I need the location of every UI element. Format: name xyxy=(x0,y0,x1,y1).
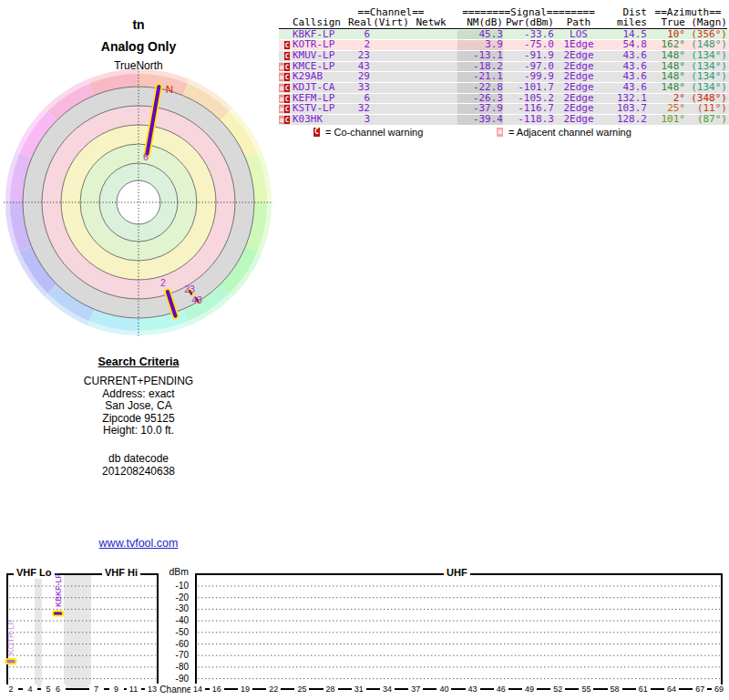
azimuth-radar-plot: 6N22343 xyxy=(2,66,275,339)
nm-cell: -39.4 xyxy=(457,115,503,125)
table-row: a C K03HK 3 -39.4 -118.3 2Edge 128.2 101… xyxy=(279,115,729,125)
dbm-axis-label: dBm xyxy=(162,566,189,577)
co-channel-warning-icon: C xyxy=(284,63,290,71)
search-mode: CURRENT+PENDING xyxy=(0,376,277,388)
dbm-tick-label: -90 xyxy=(162,674,189,685)
channel-tick-label: 22 xyxy=(266,685,281,695)
pointer-channel-label: 23 xyxy=(184,283,195,294)
dbm-tick-label: -20 xyxy=(162,592,189,603)
channel-tick-label: 34 xyxy=(380,685,395,695)
co-channel-legend-text: = Co-channel warning xyxy=(325,127,423,138)
channel-tick-label: 4 xyxy=(23,685,37,695)
miles-header: miles xyxy=(601,18,647,28)
search-address: Address: exact xyxy=(0,388,277,401)
real-channel-cell: 3 xyxy=(348,115,370,125)
channel-tick-label: 67 xyxy=(693,685,707,695)
channel-tick-label: 69 xyxy=(712,685,726,695)
channel-tick-label: 9 xyxy=(109,685,124,695)
pwr-cell: -118.3 xyxy=(505,115,554,125)
pointer-channel-label: 2 xyxy=(160,277,166,288)
channel-tick-label: 43 xyxy=(466,685,480,695)
true-az-header: True xyxy=(649,18,685,28)
adjacent-channel-legend-icon: a xyxy=(497,128,503,137)
channel-tick-label: 52 xyxy=(550,685,565,695)
magn-az-header: (Magn) xyxy=(687,18,727,28)
channel-tick-label: 6 xyxy=(51,685,66,695)
co-channel-legend-icon: C xyxy=(313,128,320,137)
db-datecode-block: db datecode 201208240638 xyxy=(0,453,277,478)
dbm-tick-label: -50 xyxy=(162,627,189,638)
pointer-channel-label: 6 xyxy=(143,151,149,162)
channel-tick-label: 49 xyxy=(522,685,537,695)
co-channel-warning-icon: C xyxy=(284,116,290,124)
channel-tick-label: 19 xyxy=(238,685,252,695)
callsign-header: Callsign xyxy=(293,18,351,28)
path-header: Path xyxy=(558,18,600,28)
uhf-plot-box xyxy=(196,574,722,689)
channel-tick-label: 46 xyxy=(494,685,508,695)
search-zipcode: Zipcode 95125 xyxy=(0,413,277,426)
channel-tick-label: 37 xyxy=(408,685,423,695)
co-channel-warning-icon: C xyxy=(284,52,290,60)
dbm-tick-label: -40 xyxy=(162,615,189,626)
miles-cell: 128.2 xyxy=(601,115,647,125)
channel-tick-label: 64 xyxy=(664,685,679,695)
path-cell: 2Edge xyxy=(558,115,600,125)
netwk-header: Netwk xyxy=(412,18,450,28)
search-height: Height: 10.0 ft. xyxy=(0,425,277,438)
real-header: Real xyxy=(348,18,370,28)
co-channel-warning-icon: C xyxy=(284,84,290,92)
tvfool-report: tn Analog Only TrueNorth 6N22343 ==Chann… xyxy=(0,0,729,700)
table-row: a C KDJT-CA 33 -22.8 -101.7 2Edge 43.6 1… xyxy=(279,83,729,93)
uhf-band-label: UHF xyxy=(444,567,470,579)
channel-tick-label: 28 xyxy=(323,685,338,695)
channel-tick-label: 14 xyxy=(190,685,205,695)
north-label: N xyxy=(166,84,173,95)
search-city: San Jose, CA xyxy=(0,400,277,413)
search-criteria-title: Search Criteria xyxy=(0,355,277,368)
channel-tick-label: 31 xyxy=(352,685,366,695)
co-channel-warning-icon: C xyxy=(284,95,290,103)
channel-tick-label: 25 xyxy=(294,685,309,695)
channel-tick-label: 58 xyxy=(608,685,622,695)
true-az-cell: 101° xyxy=(649,115,685,125)
tvfool-link[interactable]: www.tvfool.com xyxy=(99,537,179,550)
site-link-wrap: www.tvfool.com xyxy=(0,537,277,550)
plot-title: tn xyxy=(0,17,277,32)
nm-header: NM(dB) xyxy=(457,18,503,28)
band-gap xyxy=(64,574,91,689)
dbm-tick-label: -60 xyxy=(162,639,189,650)
dbm-tick-label: -80 xyxy=(162,662,189,673)
search-criteria-block: CURRENT+PENDING Address: exact San Jose,… xyxy=(0,376,277,438)
dbm-tick-label: -30 xyxy=(162,603,189,614)
plot-subtitle: Analog Only xyxy=(0,39,277,54)
dbm-tick-label: -70 xyxy=(162,650,189,661)
channel-tick-label: 55 xyxy=(579,685,593,695)
channel-tick-label: 40 xyxy=(436,685,451,695)
marker-callsign-label: KOTR-LP xyxy=(6,619,15,654)
db-datecode-label: db datecode xyxy=(0,453,277,466)
co-channel-warning-icon: C xyxy=(284,73,290,81)
co-channel-warning-icon: C xyxy=(284,41,290,49)
channel-tick-label: 16 xyxy=(210,685,224,695)
signal-strength-chart: KBKF-LPKOTR-LP xyxy=(0,563,729,700)
magn-az-cell: (87°) xyxy=(687,115,727,125)
signal-marker xyxy=(53,611,63,615)
channel-tick-label: 2 xyxy=(4,685,18,695)
channel-tick-label: 13 xyxy=(145,685,159,695)
vhf-hi-band-label: VHF Hi xyxy=(102,567,140,579)
dbm-tick-label: -10 xyxy=(162,581,189,592)
channel-tick-label: 61 xyxy=(636,685,651,695)
signal-marker xyxy=(6,659,16,664)
pwr-header: Pwr(dBm) xyxy=(505,18,554,28)
table-row: a C KEFM-LP 6 -26.3 -105.2 2Edge 132.1 2… xyxy=(279,94,729,104)
virt-header: (Virt) xyxy=(372,18,410,28)
channel-tick-label: 7 xyxy=(89,685,104,695)
table-header-columns: Callsign Real (Virt) Netwk NM(dB) Pwr(dB… xyxy=(279,18,729,28)
band-gap xyxy=(35,574,42,689)
db-datecode-value: 201208240638 xyxy=(0,466,277,479)
vhf-lo-band-label: VHF Lo xyxy=(14,567,55,579)
channel-tick-label: 11 xyxy=(127,685,141,695)
marker-callsign-label: KBKF-LP xyxy=(54,572,63,607)
callsign-cell: K03HK xyxy=(293,115,351,125)
